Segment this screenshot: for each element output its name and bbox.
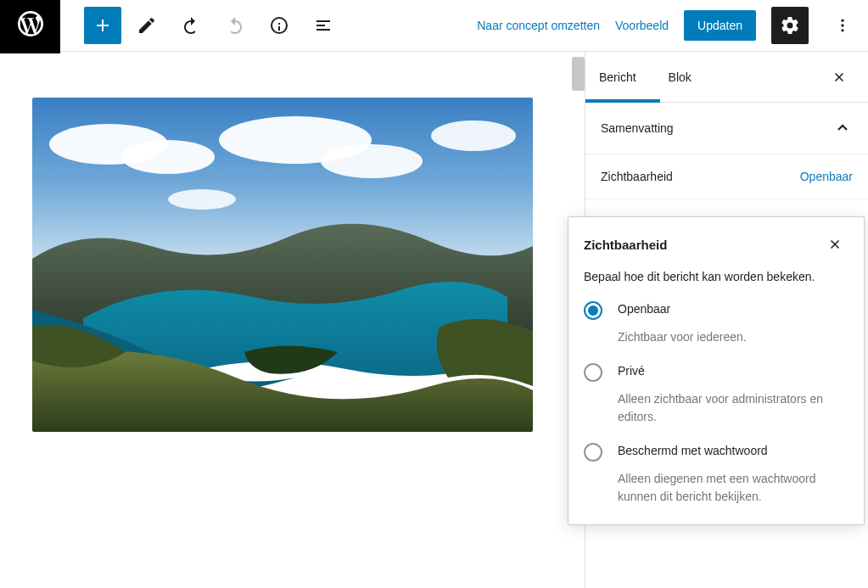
chevron-up-icon: [832, 118, 853, 138]
popover-title: Zichtbaarheid: [584, 238, 667, 252]
undo-icon: [181, 15, 201, 36]
radio-password-desc: Alleen diegenen met een wachtwoord kunne…: [618, 470, 848, 506]
radio-public[interactable]: [584, 301, 602, 320]
tab-block[interactable]: Blok: [669, 70, 703, 84]
radio-password-label: Beschermd met wachtwoord: [618, 444, 848, 462]
update-button[interactable]: Updaten: [684, 10, 756, 41]
svg-point-5: [121, 140, 215, 174]
visibility-label: Zichtbaarheid: [601, 170, 673, 183]
editor-canvas[interactable]: [0, 52, 585, 588]
active-tab-indicator: [585, 99, 660, 103]
info-icon: [269, 15, 289, 36]
wordpress-logo[interactable]: [0, 0, 60, 53]
list-outline-icon: [313, 15, 333, 36]
radio-private[interactable]: [584, 363, 602, 382]
info-button[interactable]: [260, 7, 298, 44]
sidebar-tabs: Bericht Blok: [585, 52, 868, 103]
summary-panel-header[interactable]: Samenvatting: [585, 103, 868, 154]
visibility-option-public[interactable]: Openbaar Zichtbaar voor iedereen.: [584, 301, 848, 346]
visibility-option-private[interactable]: Privé Alleen zichtbaar voor administrato…: [584, 363, 848, 426]
topbar: Naar concept omzetten Voorbeeld Updaten: [0, 0, 868, 52]
svg-point-9: [168, 189, 236, 210]
svg-point-0: [841, 20, 843, 22]
canvas-scrollbar[interactable]: [572, 57, 585, 91]
redo-icon: [225, 15, 245, 36]
visibility-option-password[interactable]: Beschermd met wachtwoord Alleen diegenen…: [584, 443, 848, 506]
svg-point-2: [841, 29, 843, 31]
close-icon: [832, 70, 847, 85]
radio-public-label: Openbaar: [618, 302, 848, 320]
preview-button[interactable]: Voorbeeld: [615, 19, 669, 32]
more-options-button[interactable]: [824, 7, 861, 44]
close-sidebar-button[interactable]: [824, 62, 854, 92]
outline-button[interactable]: [305, 7, 342, 44]
radio-public-desc: Zichtbaar voor iedereen.: [618, 328, 848, 346]
wordpress-icon: [15, 8, 46, 39]
plus-icon: [92, 15, 113, 36]
visibility-value[interactable]: Openbaar: [800, 170, 853, 183]
undo-button[interactable]: [172, 7, 210, 44]
kebab-icon: [834, 17, 851, 34]
gear-icon: [780, 15, 800, 36]
settings-button[interactable]: [771, 7, 809, 44]
close-popover-button[interactable]: [821, 231, 848, 258]
image-block[interactable]: [32, 98, 533, 432]
add-block-button[interactable]: [84, 7, 121, 44]
edit-tools-button[interactable]: [128, 7, 165, 44]
visibility-popover: Zichtbaarheid Bepaal hoe dit bericht kan…: [568, 216, 865, 525]
tab-post[interactable]: Bericht: [599, 70, 648, 84]
redo-button[interactable]: [216, 7, 254, 44]
summary-label: Samenvatting: [601, 121, 674, 135]
popover-description: Bepaal hoe dit bericht kan worden bekeke…: [584, 268, 848, 286]
svg-point-8: [431, 120, 516, 151]
toolbar-left: [60, 7, 342, 44]
visibility-row[interactable]: Zichtbaarheid Openbaar: [585, 154, 868, 199]
radio-private-label: Privé: [618, 364, 848, 382]
svg-point-7: [321, 144, 423, 178]
landscape-image: [32, 98, 533, 432]
radio-private-desc: Alleen zichtbaar voor administrators en …: [618, 390, 848, 426]
convert-to-draft-button[interactable]: Naar concept omzetten: [477, 19, 600, 32]
pencil-icon: [137, 15, 157, 36]
toolbar-right: Naar concept omzetten Voorbeeld Updaten: [477, 7, 868, 44]
close-icon: [827, 237, 843, 252]
svg-point-1: [841, 24, 843, 26]
radio-password[interactable]: [584, 443, 602, 462]
